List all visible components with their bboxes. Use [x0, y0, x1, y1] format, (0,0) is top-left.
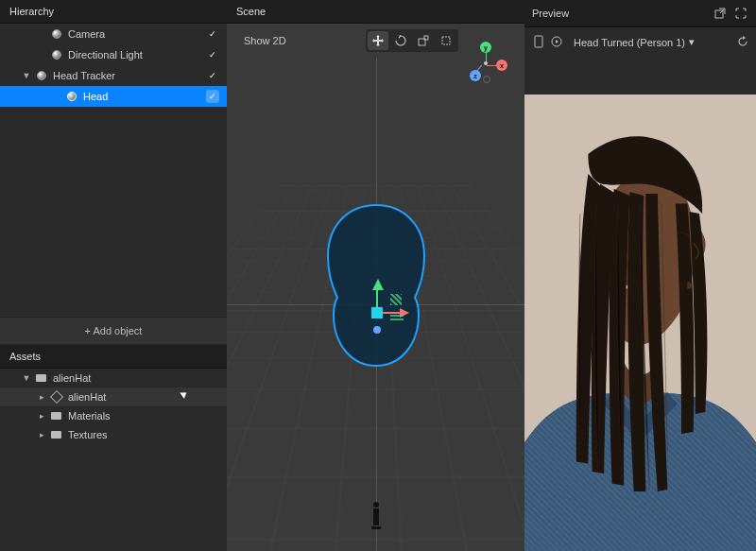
- preview-controls: Head Turned (Person 1) ▾: [524, 27, 756, 57]
- show-2d-toggle[interactable]: Show 2D: [236, 31, 294, 50]
- asset-item[interactable]: ▸alienHat: [0, 387, 227, 406]
- assets-tree: ▼alienHat▸alienHat▸Materials▸Textures: [0, 369, 227, 551]
- chevron-icon[interactable]: ▸: [38, 412, 45, 420]
- visibility-checkbox[interactable]: ✓: [206, 90, 219, 103]
- preview-video-frame: [524, 95, 756, 551]
- chevron-icon[interactable]: [38, 30, 45, 38]
- object-icon: [66, 91, 77, 102]
- scale-tool-button[interactable]: [413, 31, 434, 50]
- hierarchy-header: Hierarchy: [0, 0, 227, 24]
- move-tool-button[interactable]: [368, 31, 388, 50]
- transform-tool-group: [366, 29, 458, 52]
- add-object-button[interactable]: + Add object: [0, 317, 227, 345]
- rotate-tool-button[interactable]: [390, 31, 411, 50]
- asset-item[interactable]: ▼alienHat: [0, 369, 227, 387]
- chevron-icon[interactable]: ▸: [38, 393, 45, 401]
- scene-viewport[interactable]: [227, 58, 524, 551]
- move-gizmo[interactable]: [334, 262, 419, 347]
- svg-rect-2: [442, 37, 450, 44]
- hierarchy-tree: Camera✓Directional Light✓▼Head Tracker✓H…: [0, 24, 227, 317]
- refresh-icon[interactable]: [737, 36, 748, 49]
- hierarchy-item-label: Head: [83, 91, 200, 102]
- asset-item-label: alienHat: [53, 372, 219, 384]
- chevron-icon[interactable]: ▸: [38, 431, 45, 439]
- preview-viewport: [524, 95, 756, 551]
- gizmo-center-icon[interactable]: [371, 307, 383, 319]
- folder-icon: [36, 372, 47, 384]
- chevron-icon[interactable]: [53, 93, 60, 100]
- object-icon: [51, 49, 62, 60]
- mesh-icon: [51, 391, 62, 403]
- assets-header: Assets: [0, 345, 227, 369]
- device-icon[interactable]: [532, 35, 545, 50]
- hierarchy-item-label: Directional Light: [68, 49, 200, 60]
- hierarchy-item-label: Camera: [68, 28, 200, 40]
- hierarchy-item[interactable]: Head✓: [0, 86, 227, 107]
- svg-rect-4: [535, 36, 542, 47]
- preview-title: Preview: [532, 8, 569, 19]
- popout-icon[interactable]: [713, 6, 728, 21]
- visibility-checkbox[interactable]: ✓: [206, 48, 219, 61]
- bounds-tool-button[interactable]: [436, 31, 456, 50]
- visibility-checkbox[interactable]: ✓: [206, 69, 219, 82]
- camera-silhouette-icon: [371, 502, 381, 530]
- asset-item[interactable]: ▸Textures: [0, 425, 227, 444]
- gizmo-xz-plane-icon[interactable]: [390, 315, 404, 320]
- hierarchy-item[interactable]: Directional Light✓: [0, 44, 227, 65]
- gizmo-xy-plane-icon[interactable]: [390, 294, 402, 305]
- gizmo-y-arrow-icon[interactable]: [372, 279, 384, 290]
- preview-panel: Preview Head Turned (Person 1) ▾: [524, 0, 756, 551]
- preview-source-label: Head Turned (Person 1): [574, 37, 685, 48]
- gizmo-z-handle-icon[interactable]: [373, 326, 381, 334]
- hierarchy-item[interactable]: Camera✓: [0, 24, 227, 44]
- chevron-icon[interactable]: ▼: [23, 374, 30, 382]
- hierarchy-item[interactable]: ▼Head Tracker✓: [0, 65, 227, 86]
- asset-item-label: Textures: [68, 429, 219, 440]
- preview-header: Preview: [524, 0, 756, 27]
- folder-icon: [51, 429, 62, 440]
- play-icon[interactable]: [551, 36, 562, 49]
- scene-header: Scene: [227, 0, 524, 24]
- scene-panel: Scene Show 2D y x z: [227, 0, 524, 551]
- left-panel: Hierarchy Camera✓Directional Light✓▼Head…: [0, 0, 227, 551]
- preview-source-dropdown[interactable]: Head Turned (Person 1) ▾: [568, 33, 731, 51]
- object-icon: [51, 28, 62, 40]
- object-icon: [36, 70, 47, 81]
- asset-item[interactable]: ▸Materials: [0, 406, 227, 425]
- asset-item-label: Materials: [68, 410, 219, 422]
- chevron-icon[interactable]: ▼: [23, 72, 30, 79]
- chevron-down-icon: ▾: [689, 36, 695, 48]
- axis-y-icon[interactable]: y: [480, 42, 491, 53]
- expand-icon[interactable]: [733, 6, 748, 21]
- chevron-icon[interactable]: [38, 51, 45, 59]
- visibility-checkbox[interactable]: ✓: [206, 27, 219, 41]
- asset-item-label: alienHat: [68, 391, 219, 403]
- folder-icon: [51, 410, 62, 422]
- hierarchy-item-label: Head Tracker: [53, 70, 200, 81]
